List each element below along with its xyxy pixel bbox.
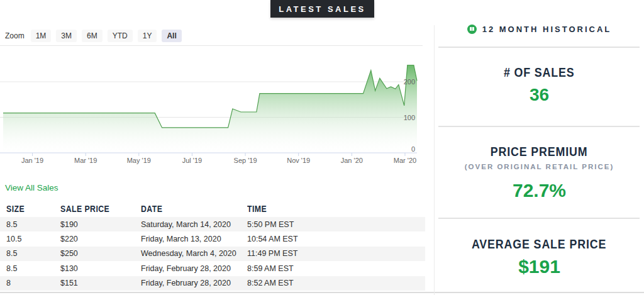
- cell-sale-price: $190: [60, 220, 141, 229]
- cell-sale-price: $250: [60, 249, 141, 258]
- zoom-option-3m[interactable]: 3M: [56, 30, 77, 42]
- table-row: 8$151Friday, February 28, 20208:52 AM ES…: [0, 276, 425, 291]
- cell-time: 8:52 AM EST: [247, 279, 425, 287]
- column-header-sale-price: SALE PRICE: [60, 203, 141, 214]
- cell-date: Friday, February 28, 2020: [141, 279, 247, 287]
- cell-size: 8.5: [6, 249, 60, 258]
- chart-zoom-bar: Zoom 1M3M6MYTD1YAll: [5, 29, 182, 43]
- panel-header: 12 MONTH HISTORICAL: [435, 25, 644, 34]
- stat-price-premium-label: PRICE PREMIUM: [435, 144, 644, 159]
- cell-size: 8.5: [6, 264, 60, 273]
- cell-time: 8:59 AM EST: [247, 264, 425, 273]
- zoom-option-ytd[interactable]: YTD: [108, 30, 133, 42]
- historical-icon: [467, 25, 477, 34]
- svg-text:200: 200: [404, 78, 415, 86]
- sales-table: SIZE SALE PRICE DATE TIME 8.5$190Saturda…: [0, 200, 425, 291]
- cell-size: 8: [6, 279, 60, 287]
- cell-sale-price: $220: [60, 235, 141, 243]
- cell-date: Wednesday, March 4, 2020: [141, 249, 247, 258]
- cell-date: Friday, March 13, 2020: [141, 235, 247, 243]
- stat-number-of-sales-label: # OF SALES: [435, 65, 644, 80]
- stat-price-premium-sublabel: (OVER ORIGINAL RETAIL PRICE): [435, 163, 644, 170]
- zoom-option-1m[interactable]: 1M: [31, 30, 52, 42]
- svg-text:100: 100: [404, 114, 415, 121]
- chart-top-divider: [0, 45, 423, 46]
- cell-date: Saturday, March 14, 2020: [141, 220, 247, 229]
- panel-divider-1: [438, 47, 640, 48]
- cell-size: 8.5: [6, 220, 60, 229]
- zoom-option-6m[interactable]: 6M: [82, 30, 103, 42]
- view-all-sales-link[interactable]: View All Sales: [5, 183, 58, 192]
- price-history-chart[interactable]: Jan '19Mar '19May '19Jul '19Sep '19Nov '…: [0, 53, 423, 169]
- svg-text:Jan '19: Jan '19: [21, 157, 43, 164]
- zoom-label: Zoom: [5, 31, 25, 40]
- svg-text:Jan '20: Jan '20: [341, 157, 363, 164]
- svg-text:Mar '20: Mar '20: [394, 157, 416, 164]
- table-row: 10.5$220Friday, March 13, 202010:54 AM E…: [0, 231, 425, 246]
- panel-title: 12 MONTH HISTORICAL: [482, 25, 612, 34]
- sales-table-body: 8.5$190Saturday, March 14, 20205:50 PM E…: [0, 217, 425, 291]
- svg-text:Mar '19: Mar '19: [74, 157, 97, 164]
- svg-text:Jul '19: Jul '19: [182, 157, 202, 164]
- table-row: 8.5$250Wednesday, March 4, 202011:49 PM …: [0, 247, 425, 261]
- column-header-size: SIZE: [6, 203, 60, 214]
- zoom-buttons: 1M3M6MYTD1YAll: [31, 30, 182, 42]
- stat-price-premium-value: 72.7%: [435, 180, 644, 201]
- zoom-option-1y[interactable]: 1Y: [138, 30, 157, 42]
- stat-number-of-sales-value: 36: [435, 85, 644, 105]
- latest-sales-page: LATEST SALES Zoom 1M3M6MYTD1YAll Jan '19…: [0, 0, 644, 295]
- cell-time: 10:54 AM EST: [247, 235, 425, 243]
- cell-sale-price: $130: [60, 264, 141, 273]
- svg-text:Nov '19: Nov '19: [287, 157, 310, 164]
- cell-time: 11:49 PM EST: [247, 249, 425, 258]
- twelve-month-historical-panel: 12 MONTH HISTORICAL # OF SALES 36 PRICE …: [435, 0, 644, 295]
- column-header-time: TIME: [247, 203, 425, 214]
- stat-average-sale-price-label: AVERAGE SALE PRICE: [435, 237, 644, 252]
- sales-chart[interactable]: Jan '19Mar '19May '19Jul '19Sep '19Nov '…: [0, 53, 423, 169]
- stat-average-sale-price-value: $191: [435, 256, 644, 277]
- cell-size: 10.5: [6, 235, 60, 243]
- svg-text:May '19: May '19: [127, 157, 151, 164]
- table-row: 8.5$130Friday, February 28, 20208:59 AM …: [0, 261, 425, 276]
- svg-text:0: 0: [411, 145, 415, 153]
- panel-divider-3: [438, 218, 640, 219]
- panel-divider-2: [438, 126, 640, 127]
- sales-table-header: SIZE SALE PRICE DATE TIME: [0, 200, 425, 217]
- svg-text:Sep '19: Sep '19: [234, 157, 257, 164]
- cell-date: Friday, February 28, 2020: [141, 264, 247, 273]
- cell-sale-price: $151: [60, 279, 141, 287]
- cell-time: 5:50 PM EST: [247, 220, 425, 229]
- zoom-option-all[interactable]: All: [162, 30, 181, 42]
- table-row: 8.5$190Saturday, March 14, 20205:50 PM E…: [0, 217, 425, 231]
- latest-sales-tab[interactable]: LATEST SALES: [270, 0, 374, 18]
- column-header-date: DATE: [141, 203, 247, 214]
